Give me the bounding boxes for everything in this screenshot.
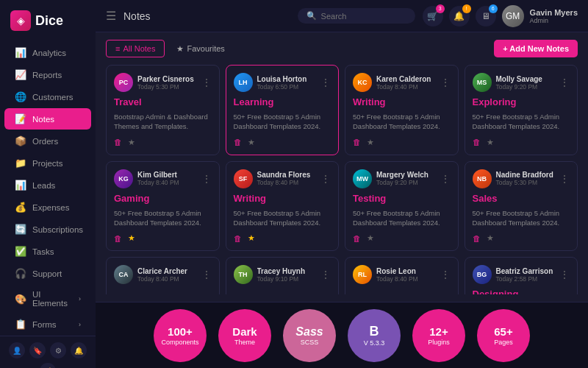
star-icon[interactable]: ★ (248, 138, 255, 147)
sidebar-item-analytics[interactable]: 📊 Analytics (4, 42, 91, 63)
star-icon[interactable]: ★ (367, 233, 374, 243)
star-icon[interactable]: ★ (128, 138, 135, 147)
note-user-name: Tracey Huynh (257, 267, 317, 275)
sidebar-item-forms[interactable]: 📋 Forms › (4, 314, 91, 335)
sidebar-item-ui-elements[interactable]: 🎨 UI Elements › (4, 285, 91, 313)
badge-dark-theme[interactable]: Dark Theme (218, 309, 271, 362)
note-menu-icon[interactable]: ⋮ (201, 77, 212, 88)
note-body: Bootstrap Admin & Dashboard Themes and T… (114, 112, 212, 132)
note-menu-icon[interactable]: ⋮ (320, 269, 331, 280)
sidebar-item-orders[interactable]: 📦 Orders (4, 130, 91, 152)
note-user-info: Kim Gilbert Today 8:40 PM (137, 171, 197, 186)
note-body: 50+ Free Bootstrap 5 Admin Dashboard Tem… (114, 208, 212, 228)
hamburger-icon[interactable]: ☰ (106, 9, 116, 23)
star-icon[interactable]: ★ (248, 233, 255, 243)
note-user-info: Margery Welch Today 9:20 PM (376, 171, 436, 186)
cart-icon-button[interactable]: 🛒 3 (423, 6, 443, 26)
badge-pages[interactable]: 65+ Pages (477, 309, 530, 362)
delete-icon[interactable]: 🗑 (114, 234, 122, 243)
note-card: MW Margery Welch Today 9:20 PM ⋮ Testing… (345, 161, 459, 252)
user-info: Gavin Myers Admin (530, 8, 578, 24)
note-card: KC Karen Calderon Today 8:40 PM ⋮ Writin… (345, 65, 459, 155)
bookmark-icon[interactable]: 🔖 (29, 342, 46, 358)
sidebar: ◈ Dice 📊 Analytics 📈 Reports 🌐 Customers… (0, 0, 96, 368)
sidebar-item-expenses[interactable]: 💰 Expenses (4, 197, 91, 218)
note-menu-icon[interactable]: ⋮ (559, 173, 570, 185)
add-note-button[interactable]: + Add New Notes (494, 40, 578, 57)
note-menu-icon[interactable]: ⋮ (320, 173, 331, 185)
search-bar: 🔍 (298, 8, 415, 24)
note-header: SF Saundra Flores Today 8:40 PM ⋮ (234, 169, 331, 188)
badge-top: 65+ (494, 325, 512, 339)
tab-favourites[interactable]: ★ Favourites (168, 40, 233, 57)
note-menu-icon[interactable]: ⋮ (201, 173, 212, 185)
sidebar-item-tasks[interactable]: ✅ Tasks (4, 241, 91, 262)
note-header: MW Margery Welch Today 9:20 PM ⋮ (353, 169, 451, 188)
note-time: Today 8:40 PM (376, 83, 436, 91)
delete-icon[interactable]: 🗑 (114, 138, 122, 146)
note-avatar: KG (114, 169, 133, 188)
badge-bootstrap[interactable]: B V 5.3.3 (348, 309, 401, 362)
note-time: Today 5:30 PM (496, 179, 556, 186)
delete-icon[interactable]: 🗑 (353, 234, 361, 243)
note-time: Today 9:10 PM (257, 275, 317, 283)
analytics-icon: 📊 (15, 47, 26, 58)
note-time: Today 6:50 PM (257, 83, 317, 91)
note-card: MS Molly Savage Today 9:20 PM ⋮ Explorin… (465, 65, 578, 155)
arrow-icon: › (79, 295, 81, 302)
delete-icon[interactable]: 🗑 (353, 138, 361, 146)
star-icon[interactable]: ★ (128, 233, 135, 243)
search-input[interactable] (321, 12, 409, 21)
note-menu-icon[interactable]: ⋮ (559, 77, 570, 88)
note-menu-icon[interactable]: ⋮ (320, 77, 331, 88)
notification-icon[interactable]: 🔔 (71, 342, 87, 358)
delete-icon[interactable]: 🗑 (473, 234, 481, 243)
sidebar-item-support[interactable]: 🎧 Support (4, 263, 91, 284)
note-user-name: Saundra Flores (257, 171, 317, 179)
sidebar-item-customers[interactable]: 🌐 Customers (4, 86, 91, 107)
sidebar-item-reports[interactable]: 📈 Reports (4, 64, 91, 85)
delete-icon[interactable]: 🗑 (473, 138, 481, 146)
star-icon[interactable]: ★ (367, 138, 374, 147)
badge-bottom: V 5.3.3 (364, 339, 385, 347)
sidebar-item-subscriptions[interactable]: 🔄 Subscriptions (4, 219, 91, 240)
note-body: 50+ Free Bootstrap 5 Admin Dashboard Tem… (353, 112, 451, 132)
expenses-icon: 💰 (15, 202, 26, 213)
settings-icon[interactable]: ⚙ (50, 342, 66, 358)
sidebar-label-projects: Projects (32, 159, 63, 168)
delete-icon[interactable]: 🗑 (234, 234, 242, 243)
sidebar-label-notes: Notes (32, 115, 54, 124)
note-time: Today 8:40 PM (376, 275, 436, 283)
note-card: RL Rosie Leon Today 8:40 PM ⋮ ... ... 🗑 … (345, 257, 459, 294)
note-menu-icon[interactable]: ⋮ (559, 269, 570, 280)
note-menu-icon[interactable]: ⋮ (440, 77, 451, 88)
tab-all-notes[interactable]: ≡ All Notes (106, 40, 165, 57)
note-menu-icon[interactable]: ⋮ (440, 173, 451, 185)
delete-icon[interactable]: 🗑 (234, 138, 242, 146)
user-icon[interactable]: 👤 (9, 342, 25, 358)
note-footer: 🗑 ★ (473, 233, 570, 243)
star-icon[interactable]: ★ (487, 138, 494, 147)
sidebar-item-projects[interactable]: 📁 Projects (4, 152, 91, 174)
badge-plugins[interactable]: 12+ Plugins (412, 309, 465, 362)
sidebar-item-leads[interactable]: 📊 Leads (4, 174, 91, 196)
bell-icon-button[interactable]: 🔔 ! (449, 6, 470, 26)
orders-icon: 📦 (15, 135, 26, 146)
note-menu-icon[interactable]: ⋮ (440, 269, 451, 280)
sidebar-item-notes[interactable]: 📝 Notes (4, 108, 91, 130)
note-avatar: LH (234, 73, 253, 92)
badge-sass[interactable]: Sass SCSS (283, 309, 336, 362)
star-icon[interactable]: ★ (487, 233, 494, 243)
note-user-info: Clarice Archer Today 8:40 PM (137, 267, 197, 283)
customers-icon: 🌐 (15, 91, 26, 102)
avatar[interactable]: GM (502, 5, 524, 27)
user-role: Admin (530, 17, 578, 24)
note-time: Today 2:58 PM (496, 275, 556, 283)
note-user-name: Kim Gilbert (137, 171, 197, 179)
power-icon[interactable]: ⚡ (40, 363, 56, 368)
sidebar-label-tasks: Tasks (32, 247, 54, 256)
note-menu-icon[interactable]: ⋮ (201, 269, 212, 280)
note-card: LH Louisa Horton Today 6:50 PM ⋮ Learnin… (226, 65, 340, 155)
badge-components[interactable]: 100+ Components (154, 309, 207, 362)
monitor-icon-button[interactable]: 🖥 6 (476, 6, 496, 26)
